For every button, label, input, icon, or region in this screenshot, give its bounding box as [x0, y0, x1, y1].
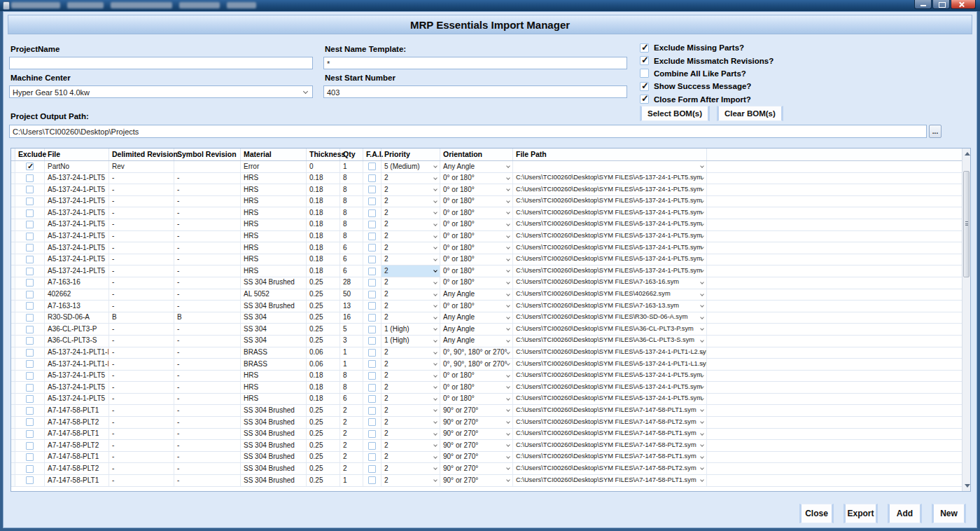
cell-thickness[interactable]: 0.18 [307, 207, 340, 219]
cell-material[interactable]: SS 304 Brushed [241, 277, 307, 289]
exclude-checkbox[interactable] [15, 242, 45, 254]
cell-symbol-revision[interactable]: - [174, 231, 241, 242]
orientation-dropdown[interactable]: 90° or 270° [440, 463, 513, 474]
exclude-checkbox[interactable] [15, 161, 45, 172]
cell-file[interactable]: A7-163-16 [45, 277, 109, 289]
cell-delimited-revision[interactable]: - [109, 452, 174, 463]
checkbox-icon[interactable] [368, 395, 376, 403]
checkbox-icon[interactable] [26, 198, 34, 205]
filepath-dropdown[interactable]: C:\Users\TCI00260\Desktop\SYM FILES\A5-1… [513, 242, 707, 254]
cell-symbol-revision[interactable]: - [174, 242, 241, 254]
checkbox-icon[interactable] [26, 326, 34, 333]
fai-checkbox[interactable] [363, 405, 382, 416]
fai-checkbox[interactable] [363, 417, 382, 428]
cell-delimited-revision[interactable]: - [109, 394, 174, 405]
cell-qty[interactable]: 8 [340, 173, 363, 184]
checkbox-icon[interactable] [368, 256, 376, 263]
machine-center-select[interactable]: Hyper Gear 510 4.0kw [9, 85, 313, 98]
cell-thickness[interactable]: 0.18 [307, 382, 340, 393]
cell-symbol-revision[interactable]: - [174, 184, 241, 195]
cell-thickness[interactable]: 0.25 [307, 324, 340, 335]
cell-material[interactable]: SS 304 Brushed [241, 429, 307, 440]
exclude-checkbox[interactable] [15, 382, 45, 393]
cell-symbol-revision[interactable]: - [174, 429, 241, 440]
checkbox-icon[interactable] [26, 476, 34, 484]
orientation-dropdown[interactable]: 0° or 180° [440, 254, 513, 266]
cell-qty[interactable]: 28 [340, 277, 363, 289]
minimize-button[interactable] [914, 0, 932, 9]
checkbox-icon[interactable] [368, 163, 376, 170]
cell-delimited-revision[interactable]: - [109, 289, 174, 301]
cell-material[interactable]: Error [241, 161, 307, 172]
cell-file[interactable]: A36-CL-PLT3-S [45, 336, 109, 347]
filepath-dropdown[interactable]: C:\Users\TCI00260\Desktop\SYM FILES\A5-1… [513, 371, 707, 382]
priority-dropdown[interactable]: 2 [382, 359, 440, 370]
cell-symbol-revision[interactable]: B [174, 312, 241, 324]
cell-symbol-revision[interactable]: - [174, 336, 241, 347]
orientation-dropdown[interactable]: 0°, 90°, 180° or 270° [440, 359, 513, 370]
exclude-checkbox[interactable] [15, 463, 45, 474]
fai-checkbox[interactable] [363, 371, 382, 382]
cell-delimited-revision[interactable]: - [109, 301, 174, 312]
cell-file[interactable]: A5-137-24-1-PLT5 [45, 394, 109, 405]
cell-delimited-revision[interactable]: - [109, 324, 174, 335]
checkbox-icon[interactable] [26, 372, 34, 380]
cell-symbol-revision[interactable]: - [174, 371, 241, 382]
orientation-dropdown[interactable]: 0° or 180° [440, 173, 513, 184]
checkbox-icon[interactable] [368, 174, 376, 182]
checkbox-icon[interactable] [368, 198, 376, 205]
checkbox-icon[interactable] [26, 453, 34, 461]
priority-dropdown[interactable]: 1 (High) [382, 336, 440, 347]
cell-thickness[interactable]: 0.06 [307, 347, 340, 359]
filepath-dropdown[interactable]: C:\Users\TCI00260\Desktop\SYM FILES\A5-1… [513, 266, 707, 277]
cell-qty[interactable]: 2 [340, 417, 363, 428]
priority-dropdown[interactable]: 2 [382, 312, 440, 324]
cell-qty[interactable]: 2 [340, 429, 363, 440]
orientation-dropdown[interactable]: 0° or 180° [440, 196, 513, 207]
fai-checkbox[interactable] [363, 440, 382, 451]
priority-dropdown[interactable]: 1 (High) [382, 324, 440, 335]
cell-material[interactable]: SS 304 Brushed [241, 405, 307, 416]
cell-symbol-revision[interactable]: - [174, 405, 241, 416]
cell-symbol-revision[interactable] [174, 161, 241, 172]
cell-material[interactable]: SS 304 Brushed [241, 417, 307, 428]
exclude-checkbox[interactable] [15, 231, 45, 242]
cell-file[interactable]: PartNo [45, 161, 109, 172]
scroll-down-icon[interactable] [965, 484, 970, 488]
select-bom-button[interactable]: Select BOM(s) [640, 106, 710, 121]
cell-delimited-revision[interactable]: - [109, 242, 174, 254]
exclude-checkbox[interactable] [15, 207, 45, 219]
checkbox-icon[interactable] [26, 221, 34, 228]
checkbox-icon[interactable] [368, 244, 376, 251]
filepath-dropdown[interactable]: C:\Users\TCI00260\Desktop\SYM FILES\4026… [513, 289, 707, 301]
filepath-dropdown[interactable]: C:\Users\TCI00260\Desktop\SYM FILES\A7-1… [513, 405, 707, 416]
cell-qty[interactable]: 6 [340, 254, 363, 266]
priority-dropdown[interactable]: 2 [382, 347, 440, 359]
cell-qty[interactable]: 6 [340, 394, 363, 405]
priority-dropdown[interactable]: 2 [382, 184, 440, 195]
filepath-dropdown[interactable]: C:\Users\TCI00260\Desktop\SYM FILES\A5-1… [513, 347, 707, 359]
fai-checkbox[interactable] [363, 429, 382, 440]
cell-delimited-revision[interactable]: - [109, 475, 174, 486]
cell-file[interactable]: A7-147-58-PLT1 [45, 475, 109, 486]
fai-checkbox[interactable] [363, 207, 382, 219]
orientation-dropdown[interactable]: 0° or 180° [440, 394, 513, 405]
filepath-dropdown[interactable]: C:\Users\TCI00260\Desktop\SYM FILES\A7-1… [513, 440, 707, 451]
filepath-dropdown[interactable]: C:\Users\TCI00260\Desktop\SYM FILES\A36-… [513, 336, 707, 347]
cell-material[interactable]: HRS [241, 371, 307, 382]
cell-symbol-revision[interactable]: - [174, 394, 241, 405]
browse-button[interactable]: ... [929, 125, 941, 138]
cell-material[interactable]: SS 304 Brushed [241, 475, 307, 486]
cell-qty[interactable]: 1 [340, 359, 363, 370]
orientation-dropdown[interactable]: Any Angle [440, 336, 513, 347]
cell-delimited-revision[interactable]: B [109, 312, 174, 324]
fai-checkbox[interactable] [363, 184, 382, 195]
cell-material[interactable]: HRS [241, 219, 307, 230]
cell-qty[interactable]: 13 [340, 301, 363, 312]
option-exclude-missing-parts[interactable]: Exclude Missing Parts? [640, 41, 774, 54]
cell-file[interactable]: A5-137-24-1-PLT5 [45, 231, 109, 242]
orientation-dropdown[interactable]: Any Angle [440, 289, 513, 301]
column-header-file-path[interactable]: File Path [513, 149, 707, 160]
checkbox-icon[interactable] [368, 209, 376, 217]
fai-checkbox[interactable] [363, 452, 382, 463]
